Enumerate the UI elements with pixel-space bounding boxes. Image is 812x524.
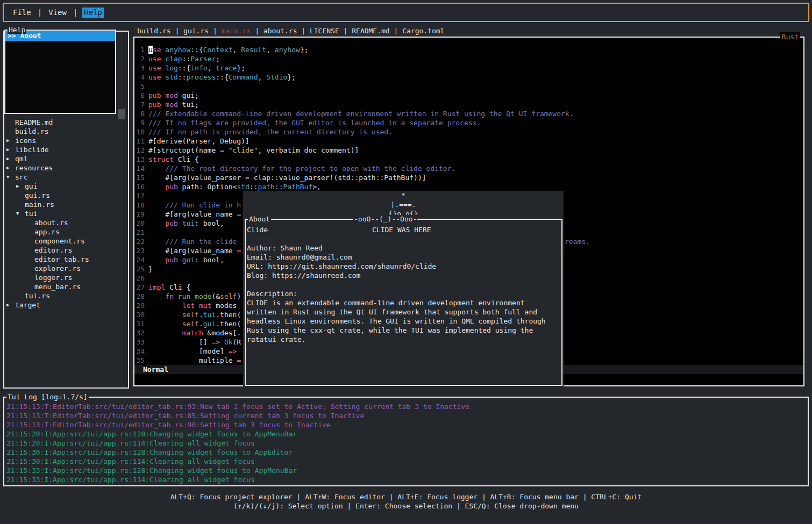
code-token <box>148 329 182 337</box>
tree-item-main-rs[interactable]: main.rs <box>4 200 128 209</box>
code-token: fn <box>165 292 174 300</box>
code-token: self <box>182 311 199 319</box>
expand-collapsed-icon: ▶ <box>6 163 15 173</box>
line-number: 29 <box>136 301 145 310</box>
code-token: use <box>148 55 161 63</box>
tree-item-readme-md[interactable]: README.md <box>4 118 128 127</box>
code-token: multiple <box>148 356 237 364</box>
tree-item-label: logger.rs <box>34 273 72 282</box>
about-description-line: ratatui crate. <box>247 335 560 344</box>
code-token <box>148 256 165 264</box>
tree-item-about-rs[interactable]: about.rs <box>4 218 128 227</box>
tui-log-panel[interactable]: Tui Log [log=1.7/s] 21:15:13:T:EditorTab… <box>3 397 809 486</box>
tree-item-tui[interactable]: ▼tui <box>4 209 128 218</box>
tree-item-editor-rs[interactable]: editor.rs <box>4 246 128 255</box>
code-token: , <box>208 64 216 72</box>
tree-item-label: app.rs <box>34 227 60 236</box>
code-token: Stdio <box>266 73 287 81</box>
line-number: 32 <box>136 328 145 338</box>
tree-item-qml[interactable]: ▶qml <box>4 154 128 163</box>
code-token: run_mode <box>178 292 212 300</box>
tree-item-resources[interactable]: ▶resources <box>4 163 128 173</box>
tree-item-editor-tab-rs[interactable]: editor_tab.rs <box>4 255 128 264</box>
file-tree: README.mdbuild.rs▶icons▶libclide▶qml▶res… <box>4 118 128 310</box>
code-token: ::{ <box>190 46 203 54</box>
tab-license[interactable]: LICENSE <box>310 26 339 36</box>
line-number: 19 <box>136 210 145 219</box>
code-token: clap::value_parser!(std::path::PathBuf))… <box>250 174 426 182</box>
code-token <box>220 338 224 346</box>
tab-build-rs[interactable]: build.rs <box>137 26 171 36</box>
tree-item-explorer-rs[interactable]: explorer.rs <box>4 264 128 273</box>
menu-item-view[interactable]: View <box>47 8 68 18</box>
code-token <box>148 320 182 328</box>
menu-item-help[interactable]: Help <box>82 8 104 18</box>
expand-collapsed-icon: ▶ <box>16 182 25 191</box>
tab-main-rs[interactable]: main.rs <box>222 26 251 36</box>
code-token: std <box>237 183 249 191</box>
tree-item-src[interactable]: ▼src <box>4 173 128 182</box>
log-line-trace: 21:15:13:T:EditorTab:src/tui/editor_tab.… <box>6 411 807 420</box>
expand-collapsed-icon: ▶ <box>6 136 15 145</box>
code-token: anyhow <box>275 46 300 54</box>
code-token <box>148 292 165 300</box>
line-number: 23 <box>136 246 145 255</box>
code-token: tui; <box>178 101 199 109</box>
code-token: pub <box>165 219 177 227</box>
tab-readme-md[interactable]: README.md <box>352 26 389 36</box>
tree-item-icons[interactable]: ▶icons <box>4 136 128 145</box>
line-number: 33 <box>136 338 145 347</box>
code-token: }; <box>287 73 296 81</box>
tree-item-libclide[interactable]: ▶libclide <box>4 145 128 154</box>
code-token: &modes[. <box>203 329 241 337</box>
tab-gui-rs[interactable]: gui.rs <box>183 26 209 36</box>
log-line-info: 21:15:20:I:App:src/tui/app.rs:114:Cleari… <box>6 439 807 448</box>
tree-item-tui-rs[interactable]: tui.rs <box>4 291 128 300</box>
tree-item-gui[interactable]: ▶gui <box>4 182 128 191</box>
about-app-name: Clide <box>247 226 268 234</box>
tree-item-target[interactable]: ▶target <box>4 300 128 310</box>
tree-item-label: tui <box>25 209 37 218</box>
line-number: 27 <box>136 283 145 292</box>
text-cursor: u <box>148 46 153 54</box>
tree-item-menu-bar-rs[interactable]: menu_bar.rs <box>4 282 128 291</box>
help-dropdown-menu: Help >> About <box>4 30 116 114</box>
tree-item-label: gui.rs <box>25 191 50 200</box>
code-token: /// If no path is provided, the current … <box>148 128 393 136</box>
tab-cargo-toml[interactable]: Cargo.toml <box>402 26 444 36</box>
tree-item-app-rs[interactable]: app.rs <box>4 227 128 236</box>
vim-mode-label: Normal <box>143 365 168 374</box>
code-token: #[arg(value_parser <box>148 174 245 182</box>
code-token: :: <box>250 183 258 191</box>
code-token <box>174 292 178 300</box>
tree-item-label: src <box>15 173 27 182</box>
code-token: >, <box>312 183 321 191</box>
tree-item-label: about.rs <box>34 218 68 227</box>
tree-item-build-rs[interactable]: build.rs <box>4 127 128 136</box>
explorer-scrollbar-thumb[interactable] <box>118 109 125 119</box>
tree-item-label: component.rs <box>34 236 85 246</box>
about-description-line: written in Rust using the Qt UI framewor… <box>247 307 560 317</box>
tree-item-gui-rs[interactable]: gui.rs <box>4 191 128 200</box>
code-token <box>195 302 199 310</box>
code-token <box>148 302 182 310</box>
code-token: /// The root directory for the project t… <box>148 164 455 173</box>
tree-item-logger-rs[interactable]: logger.rs <box>4 273 128 282</box>
code-token: /// Run the clide <box>148 238 241 246</box>
editor-tab-bar: build.rs | gui.rs | main.rs | about.rs |… <box>137 26 444 36</box>
code-line: 16 pub path: Option<std::path::PathBuf>, <box>136 182 803 191</box>
line-number: 34 <box>136 347 145 356</box>
menu-item-file[interactable]: File <box>11 8 33 18</box>
about-popup: *|.===.{}o o{} About -ooO--(_)--Ooo- Cli… <box>243 191 564 387</box>
code-token: => <box>229 347 237 355</box>
code-token: struct <box>148 155 174 163</box>
tree-item-label: explorer.rs <box>34 264 81 273</box>
code-token: gui <box>182 256 195 264</box>
log-line-info: 21:15:30:I:App:src/tui/app.rs:128:Changi… <box>6 448 807 457</box>
tab-about-rs[interactable]: about.rs <box>263 26 297 36</box>
line-number: 11 <box>136 137 145 146</box>
tree-item-component-rs[interactable]: component.rs <box>4 236 128 246</box>
code-token: Cli { <box>174 155 199 163</box>
code-token <box>148 311 182 319</box>
line-number: 8 <box>136 109 145 118</box>
